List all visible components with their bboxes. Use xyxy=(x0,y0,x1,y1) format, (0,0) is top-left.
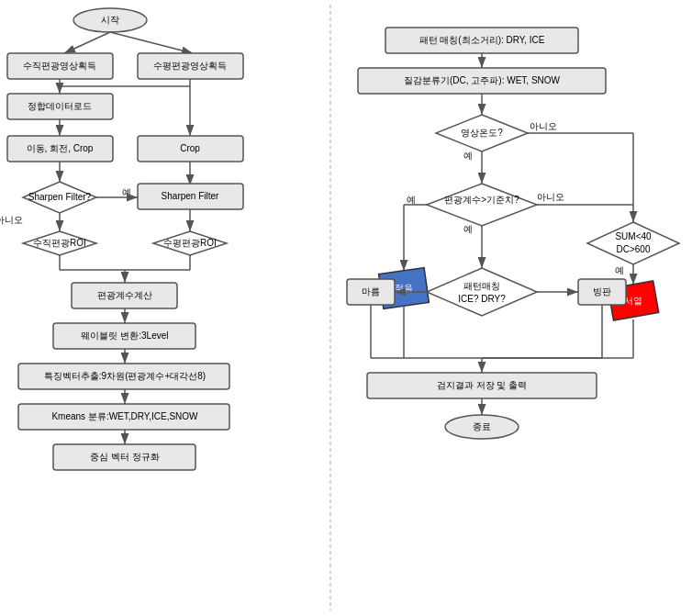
start-label: 시작 xyxy=(101,15,119,25)
move-rotate-crop-label: 이동, 회전, Crop xyxy=(27,143,94,153)
sharpen-filter-q-label: Sharpen Filter? xyxy=(28,192,92,202)
ice-label: 빙판 xyxy=(593,286,611,297)
no-label-2: 아니오 xyxy=(530,121,557,131)
flowchart: 시작 수직편광영상획득 수평편광영상획득 정합데이터로드 이동, 회전, Cro… xyxy=(0,0,692,616)
frost-label: 서열 xyxy=(624,296,642,306)
dry-label: 마름 xyxy=(362,286,380,297)
no-label-1: 아니오 xyxy=(0,215,23,225)
horizontal-acquire-label: 수평편광영상획득 xyxy=(153,61,227,71)
polarization-calc-label: 편광계수계산 xyxy=(97,290,152,300)
wet-label: 젖음 xyxy=(395,283,413,293)
center-vector-label: 중심 벡터 정규화 xyxy=(90,452,160,462)
sharpen-filter-label: Sharpen Filter xyxy=(162,191,219,201)
no-label-3: 아니오 xyxy=(537,192,564,202)
feature-vector-label: 특징벡터추출:9차원(편광계수+대각선8) xyxy=(44,371,206,381)
yes-label-2: 예 xyxy=(463,151,473,161)
svg-marker-46 xyxy=(427,184,537,226)
yes-label-1: 예 xyxy=(122,187,131,197)
kmeans-label: Kmeans 분류:WET,DRY,ICE,SNOW xyxy=(51,411,198,421)
vertical-roi-label: 수직편광ROI xyxy=(33,238,86,248)
crop-label: Crop xyxy=(180,143,200,153)
end-label: 종료 xyxy=(473,421,491,431)
pattern-ice-dry-q-label: 패턴매칭 xyxy=(463,281,500,291)
wavelet-label: 웨이블릿 변환:3Level xyxy=(81,330,168,341)
pattern-match-label: 패턴 매칭(최소거리): DRY, ICE xyxy=(419,35,545,45)
image-temp-q-label: 영상온도? xyxy=(461,128,503,138)
texture-classify-label: 질감분류기(DC, 고주파): WET, SNOW xyxy=(404,75,561,85)
sum-dc-q-label2: DC>600 xyxy=(617,244,651,254)
horizontal-roi-label: 수평편광ROI xyxy=(163,238,217,248)
sum-dc-q-label: SUM<40 xyxy=(615,231,652,241)
yes-label-4: 예 xyxy=(407,195,416,205)
vertical-acquire-label: 수직편광영상획득 xyxy=(23,61,96,71)
save-output-label: 검지결과 저장 및 출력 xyxy=(437,380,527,390)
pattern-ice-dry-q-label2: ICE? DRY? xyxy=(458,294,506,304)
polarization-q-label: 편광계수>기준치? xyxy=(444,195,519,205)
svg-marker-57 xyxy=(427,268,537,316)
yes-label-5: 예 xyxy=(463,224,473,234)
svg-line-4 xyxy=(110,32,193,53)
data-load-label: 정합데이터로드 xyxy=(28,101,92,111)
svg-line-3 xyxy=(64,32,110,53)
yes-label-3: 예 xyxy=(615,265,624,275)
